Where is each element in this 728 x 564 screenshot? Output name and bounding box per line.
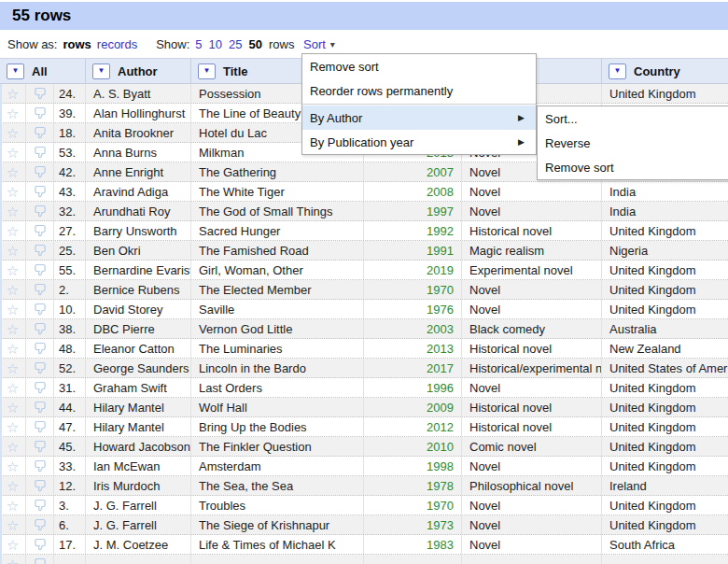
year-link[interactable]: 1998	[364, 457, 462, 475]
thumb-button[interactable]	[26, 182, 54, 201]
thumb-button[interactable]	[26, 319, 54, 338]
title-cell[interactable]: The Sea, the Sea	[191, 476, 364, 495]
author-cell[interactable]: J. G. Farrell	[86, 515, 191, 534]
column-header-all[interactable]: ▼ All	[0, 59, 86, 83]
title-cell[interactable]: Last Orders	[191, 378, 364, 397]
title-cell[interactable]: The Finkler Question	[191, 437, 364, 456]
year-link[interactable]: 2019	[364, 261, 462, 279]
thumb-button[interactable]	[26, 496, 54, 515]
star-button[interactable]: ☆	[0, 476, 26, 495]
year-link[interactable]: 2008	[364, 182, 462, 201]
title-cell[interactable]: The Gathering	[191, 162, 364, 181]
star-button[interactable]: ☆	[0, 221, 26, 240]
author-cell[interactable]: Anna Burns	[86, 143, 191, 162]
column-header-author[interactable]: ▼ Author	[86, 59, 191, 83]
thumb-button[interactable]	[26, 241, 54, 260]
thumb-button[interactable]	[26, 515, 54, 534]
thumb-button[interactable]	[26, 555, 54, 564]
thumb-button[interactable]	[26, 162, 54, 181]
author-cell[interactable]: David Storey	[86, 300, 191, 318]
author-cell[interactable]: Ian McEwan	[86, 457, 191, 475]
menu-item-by-author[interactable]: By Author ▶	[302, 106, 536, 130]
author-cell[interactable]: Barry Unsworth	[86, 221, 191, 240]
column-dropdown-button[interactable]: ▼	[92, 63, 110, 79]
menu-item-remove-sort[interactable]: Remove sort	[302, 54, 536, 78]
star-button[interactable]: ☆	[0, 417, 26, 436]
star-button[interactable]: ☆	[0, 398, 26, 416]
title-cell[interactable]: Troubles	[191, 496, 364, 515]
author-cell[interactable]: Aravind Adiga	[86, 182, 191, 201]
show-as-rows-option[interactable]: rows	[63, 37, 91, 51]
year-link[interactable]: 1970	[364, 496, 462, 515]
title-cell[interactable]: Wolf Hall	[191, 398, 364, 416]
star-button[interactable]: ☆	[0, 457, 26, 475]
thumb-button[interactable]	[26, 359, 54, 377]
thumb-button[interactable]	[26, 378, 54, 397]
menu-item-reorder-rows-permanently[interactable]: Reorder rows permanently	[302, 78, 536, 103]
column-dropdown-button[interactable]: ▼	[7, 63, 24, 79]
thumb-button[interactable]	[26, 457, 54, 475]
column-header-country[interactable]: ▼ Country	[602, 59, 728, 83]
submenu-item-reverse[interactable]: Reverse	[538, 131, 728, 155]
title-cell[interactable]: Girl, Woman, Other	[191, 261, 364, 279]
author-cell[interactable]: Eleanor Catton	[86, 339, 191, 358]
title-cell[interactable]: Life & Times of Michael K	[191, 535, 364, 554]
star-button[interactable]: ☆	[0, 104, 26, 122]
thumb-button[interactable]	[26, 437, 54, 456]
thumb-button[interactable]	[26, 123, 54, 142]
star-button[interactable]: ☆	[0, 241, 26, 260]
year-link[interactable]: 2017	[364, 359, 462, 377]
year-link[interactable]: 2009	[364, 398, 462, 416]
author-cell[interactable]: J. M. Coetzee	[86, 535, 191, 554]
author-cell[interactable]: Arundhati Roy	[86, 202, 191, 220]
star-button[interactable]: ☆	[0, 280, 26, 299]
author-cell[interactable]: Alan Hollinghurst	[86, 104, 191, 122]
year-link[interactable]: 1978	[364, 476, 462, 495]
title-cell[interactable]: Sacred Hunger	[191, 221, 364, 240]
author-cell[interactable]: Hilary Mantel	[86, 417, 191, 436]
title-cell[interactable]: The Siege of Krishnapur	[191, 515, 364, 534]
thumb-button[interactable]	[26, 104, 54, 122]
author-cell[interactable]: Iris Murdoch	[86, 476, 191, 495]
star-button[interactable]: ☆	[0, 496, 26, 515]
thumb-button[interactable]	[26, 535, 54, 554]
thumb-button[interactable]	[26, 339, 54, 358]
submenu-item-sort[interactable]: Sort...	[538, 106, 728, 131]
thumb-button[interactable]	[26, 417, 54, 436]
column-dropdown-button[interactable]: ▼	[609, 63, 626, 79]
star-button[interactable]: ☆	[0, 143, 26, 162]
year-link[interactable]: 2003	[364, 319, 462, 338]
author-cell[interactable]: DBC Pierre	[86, 319, 191, 338]
page-size-50[interactable]: 50	[249, 37, 262, 51]
author-cell[interactable]: Graham Swift	[86, 378, 191, 397]
star-button[interactable]: ☆	[0, 378, 26, 397]
star-button[interactable]: ☆	[0, 202, 26, 220]
thumb-button[interactable]	[26, 84, 54, 103]
page-size-25[interactable]: 25	[229, 37, 242, 51]
author-cell[interactable]: Bernice Rubens	[86, 280, 191, 299]
star-button[interactable]: ☆	[0, 319, 26, 338]
page-size-5[interactable]: 5	[195, 37, 202, 51]
star-button[interactable]: ☆	[0, 437, 26, 456]
title-cell[interactable]: Bring Up the Bodies	[191, 417, 364, 436]
title-cell[interactable]: The Luminaries	[191, 339, 364, 358]
star-button[interactable]: ☆	[0, 535, 26, 554]
author-cell[interactable]: Anita Brookner	[86, 123, 191, 142]
thumb-button[interactable]	[26, 143, 54, 162]
star-button[interactable]: ☆	[0, 359, 26, 377]
year-link[interactable]: 1996	[364, 378, 462, 397]
year-link[interactable]: 2010	[364, 437, 462, 456]
title-cell[interactable]: Saville	[191, 300, 364, 318]
title-cell[interactable]: The Elected Member	[191, 280, 364, 299]
page-size-10[interactable]: 10	[209, 37, 222, 51]
star-button[interactable]: ☆	[0, 84, 26, 103]
year-link[interactable]: 2013	[364, 339, 462, 358]
title-cell[interactable]: Vernon God Little	[191, 319, 364, 338]
thumb-button[interactable]	[26, 476, 54, 495]
author-cell[interactable]: Anne Enright	[86, 162, 191, 181]
year-link[interactable]: 2007	[364, 162, 462, 181]
thumb-button[interactable]	[26, 398, 54, 416]
title-cell[interactable]: The God of Small Things	[191, 202, 364, 220]
year-link[interactable]: 1973	[364, 515, 462, 534]
column-dropdown-button[interactable]: ▼	[198, 63, 216, 79]
